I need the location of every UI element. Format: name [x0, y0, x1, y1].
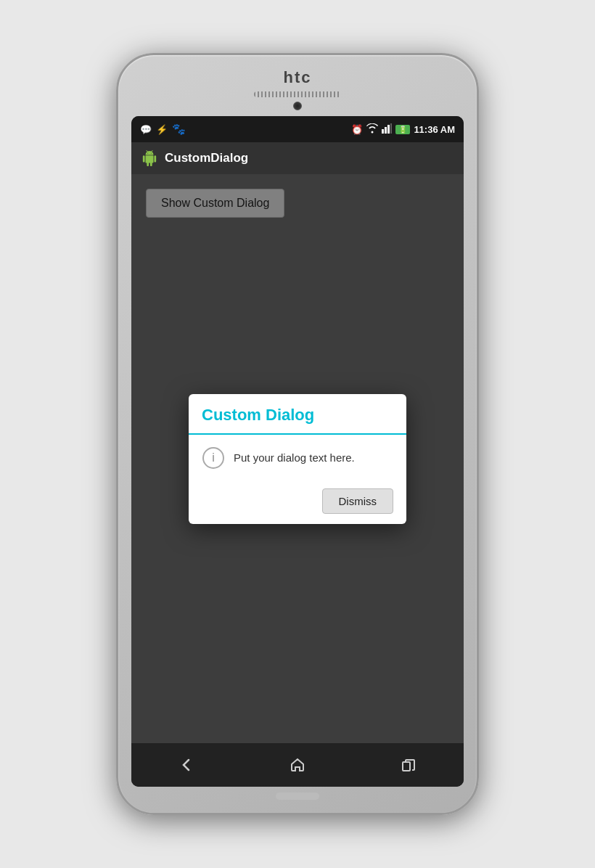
clock-time: 11:36 AM — [414, 124, 455, 135]
screen: 💬 ⚡ 🐾 ⏰ — [131, 116, 464, 787]
dialog-title: Custom Dialog — [202, 406, 314, 424]
battery-icon: 🔋 — [395, 125, 410, 134]
phone-device: htc 💬 ⚡ 🐾 ⏰ — [116, 53, 479, 815]
recent-apps-button[interactable] — [390, 750, 427, 779]
svg-rect-1 — [385, 127, 387, 134]
custom-dialog: Custom Dialog i Put your dialog text her… — [189, 394, 406, 524]
app-title: CustomDialog — [165, 151, 248, 165]
app-content: Show Custom Dialog Custom Dialog i — [131, 174, 464, 743]
action-bar: CustomDialog — [131, 142, 464, 174]
status-bar: 💬 ⚡ 🐾 ⏰ — [131, 116, 464, 142]
phone-bottom-bar — [131, 793, 464, 800]
info-icon: i — [202, 446, 225, 470]
front-camera — [293, 102, 302, 110]
svg-rect-3 — [390, 123, 392, 134]
svg-rect-2 — [387, 125, 390, 134]
status-right-icons: ⏰ 🔋 — [351, 123, 455, 136]
physical-home-button — [276, 793, 319, 800]
dialog-body-text: Put your dialog text here. — [234, 451, 355, 464]
wifi-icon — [366, 123, 378, 136]
speaker-grill — [254, 91, 341, 97]
dialog-body: i Put your dialog text here. — [189, 435, 406, 481]
home-button[interactable] — [279, 750, 316, 779]
status-left-icons: 💬 ⚡ 🐾 — [140, 123, 186, 136]
sync-icon: 🐾 — [172, 123, 186, 136]
usb-icon: ⚡ — [156, 124, 168, 135]
svg-rect-0 — [382, 129, 384, 134]
signal-icon — [382, 123, 392, 136]
app-icon — [141, 150, 157, 166]
message-icon: 💬 — [140, 124, 152, 135]
dialog-title-row: Custom Dialog — [189, 394, 406, 435]
dialog-overlay: Custom Dialog i Put your dialog text her… — [131, 174, 464, 743]
dismiss-button[interactable]: Dismiss — [322, 488, 394, 514]
svg-rect-6 — [403, 762, 410, 771]
nav-bar — [131, 743, 464, 787]
back-button[interactable] — [168, 750, 205, 779]
phone-brand-label: htc — [284, 68, 312, 87]
svg-text:i: i — [212, 451, 215, 464]
alarm-icon: ⏰ — [351, 124, 363, 135]
phone-top: htc — [131, 68, 464, 110]
dialog-footer: Dismiss — [189, 481, 406, 524]
